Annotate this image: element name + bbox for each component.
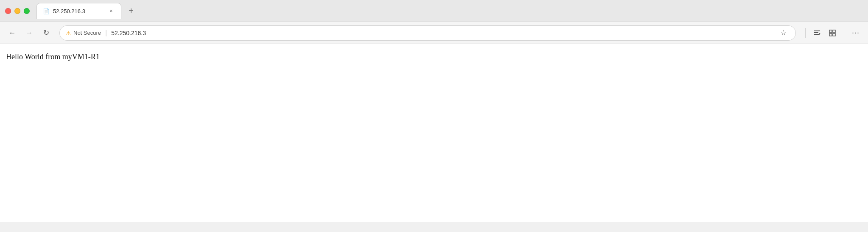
title-bar: 📄 52.250.216.3 × +: [0, 0, 868, 22]
nav-separator-2: [844, 28, 844, 38]
url-text: 52.250.216.3: [111, 30, 773, 36]
forward-button[interactable]: →: [22, 26, 36, 40]
traffic-lights: [5, 8, 30, 14]
svg-marker-3: [819, 33, 820, 35]
security-warning-text: Not Secure: [73, 30, 101, 36]
address-separator: |: [105, 29, 107, 37]
close-button[interactable]: [5, 8, 11, 14]
warning-icon: ⚠: [66, 30, 71, 36]
reload-button[interactable]: ↻: [39, 26, 53, 40]
collections-button[interactable]: [825, 26, 840, 40]
tab-close-button[interactable]: ×: [107, 7, 115, 15]
nav-bar: ← → ↻ ⚠ Not Secure | 52.250.216.3 ☆: [0, 22, 868, 44]
back-button[interactable]: ←: [5, 26, 20, 40]
svg-rect-5: [833, 30, 835, 33]
reading-list-icon: [813, 29, 821, 37]
page-content: Hello World from myVM1-R1: [0, 44, 868, 222]
tab-title: 52.250.216.3: [53, 8, 104, 14]
page-body-text: Hello World from myVM1-R1: [6, 52, 862, 61]
svg-rect-4: [829, 30, 832, 33]
nav-right-actions: ···: [802, 26, 863, 40]
reading-list-button[interactable]: [810, 26, 824, 40]
svg-rect-1: [814, 32, 818, 33]
browser-tab[interactable]: 📄 52.250.216.3 ×: [36, 3, 121, 19]
collections-icon: [829, 29, 836, 37]
svg-rect-7: [833, 33, 835, 36]
svg-rect-0: [814, 30, 820, 31]
minimize-button[interactable]: [14, 8, 20, 14]
more-options-icon: ···: [852, 28, 860, 37]
new-tab-button[interactable]: +: [125, 5, 137, 17]
maximize-button[interactable]: [24, 8, 30, 14]
nav-separator-1: [805, 28, 806, 38]
security-warning: ⚠ Not Secure: [66, 30, 101, 36]
svg-rect-6: [829, 33, 832, 36]
address-bar[interactable]: ⚠ Not Secure | 52.250.216.3 ☆: [59, 25, 796, 41]
tab-page-icon: 📄: [43, 8, 50, 14]
more-options-button[interactable]: ···: [848, 26, 863, 40]
svg-rect-2: [814, 34, 819, 35]
bookmark-star-button[interactable]: ☆: [777, 27, 790, 39]
